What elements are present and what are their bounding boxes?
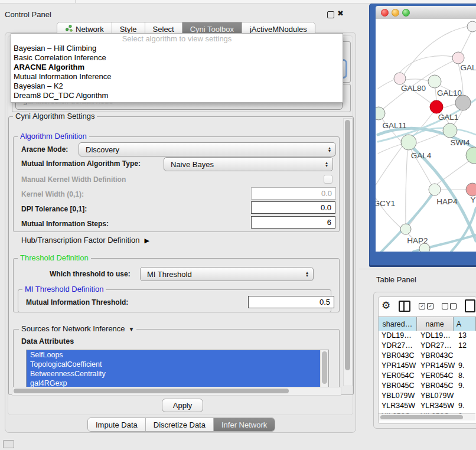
minimize-traffic-light-icon[interactable]	[392, 9, 399, 17]
table-row[interactable]: YLR345WYLR345W9.	[379, 401, 476, 411]
dropdown-prompt: Select algorithm to view settings	[11, 34, 343, 44]
network-node[interactable]	[428, 75, 441, 88]
network-node-label: Y	[470, 195, 475, 204]
stepper-icon: ▴▾	[302, 271, 313, 277]
table-cell: 13	[455, 331, 476, 341]
which-threshold-combo[interactable]: MI Threshold ▴▾	[140, 267, 314, 281]
network-node[interactable]	[467, 21, 476, 32]
table-row[interactable]: YDL19…YDL19…13	[379, 331, 476, 341]
tab-impute-data[interactable]: Impute Data	[88, 418, 146, 431]
table-cell: 8.	[455, 371, 476, 381]
mi-threshold-field[interactable]: 0.5	[248, 296, 334, 308]
settings-horizontal-scrollbar[interactable]	[12, 387, 341, 396]
network-edge	[406, 79, 428, 81]
mi-threshold-label: Mutual Information Threshold:	[26, 298, 128, 306]
table-cell: YDR27…	[418, 341, 455, 351]
table-row[interactable]: YDR27…YDR27…12	[379, 341, 476, 351]
table-hscroll-thumb[interactable]	[380, 415, 463, 419]
tab-label: Network	[76, 25, 104, 34]
network-graph[interactable]: GAL80GAL10GAL11GAL1SWI4GAL4HAP4GCY1HAP2G…	[376, 19, 476, 252]
table-row[interactable]: YPR145WYPR145W9.	[379, 361, 476, 371]
columns-icon[interactable]	[399, 301, 410, 312]
dropdown-item[interactable]: Mutual Information Inference	[11, 72, 343, 81]
tab-infer-network[interactable]: Infer Network	[214, 418, 275, 431]
network-node[interactable]	[401, 135, 416, 150]
network-window-titlebar[interactable]	[376, 6, 476, 19]
network-node[interactable]	[394, 73, 406, 84]
list-scrollbar[interactable]	[320, 350, 328, 387]
network-node[interactable]	[466, 147, 476, 164]
network-node-label: GAL4	[411, 151, 432, 160]
list-scrollbar-thumb[interactable]	[322, 351, 327, 384]
network-canvas[interactable]: GAL80GAL10GAL11GAL1SWI4GAL4HAP4GCY1HAP2G…	[376, 19, 476, 252]
dropdown-item[interactable]: Bayesian – K2	[11, 81, 343, 91]
network-node[interactable]	[430, 100, 443, 113]
which-threshold-value: MI Threshold	[141, 270, 302, 279]
table-cell: YBR043C	[379, 351, 418, 361]
select-all-columns-icon[interactable]: ✓✓	[419, 303, 433, 309]
aracne-mode-value: Discovery	[79, 145, 325, 154]
table-row[interactable]: YBR043CYBR043C	[379, 351, 476, 361]
dropdown-item[interactable]: Dream8 DC_TDC Algorithm	[11, 91, 343, 100]
network-node[interactable]	[429, 184, 441, 195]
data-attributes-list[interactable]: SelfLoopsTopologicalCoefficientBetweenne…	[26, 350, 329, 389]
network-node[interactable]	[443, 123, 457, 138]
control-panel-header: Control Panel ✖	[0, 4, 359, 19]
table-row[interactable]: YBR045CYBR045C9.	[379, 381, 476, 391]
table-cell: 9.	[455, 361, 476, 371]
column-header-1[interactable]: shared…	[379, 317, 417, 331]
network-node[interactable]	[400, 224, 411, 234]
manual-kernel-checkbox[interactable]	[324, 175, 332, 184]
network-node[interactable]	[466, 183, 476, 196]
settings-vertical-scrollbar[interactable]	[343, 118, 353, 386]
table-horizontal-scrollbar[interactable]	[379, 413, 475, 420]
network-edge	[378, 80, 394, 89]
control-panel-title: Control Panel	[5, 10, 51, 19]
attribute-list-item[interactable]: BetweennessCentrality	[27, 369, 328, 379]
attribute-list-item[interactable]: TopologicalCoefficient	[27, 360, 328, 369]
apply-button[interactable]: Apply	[162, 399, 203, 412]
table-cell: 12	[455, 341, 476, 351]
table-row[interactable]: YBL079WYBL079W	[379, 391, 476, 401]
network-node[interactable]	[452, 52, 464, 64]
gear-icon[interactable]: ⚙	[382, 300, 390, 312]
network-node-label: GAL80	[401, 84, 426, 93]
column-header-3[interactable]: A	[454, 317, 476, 331]
dropdown-item[interactable]: Basic Correlation Inference	[11, 53, 343, 63]
hub-definition-toggle[interactable]: Hub/Transcription Factor Definition▶	[21, 236, 149, 244]
dropdown-item[interactable]: ARACNE Algorithm	[11, 63, 343, 72]
tab-label: Select	[153, 25, 174, 34]
float-window-icon[interactable]	[327, 11, 334, 18]
network-edge	[400, 56, 458, 73]
attribute-list-item[interactable]: SelfLoops	[27, 350, 328, 360]
mi-steps-field[interactable]: 6	[251, 216, 335, 229]
column-header-2[interactable]: name	[417, 317, 454, 331]
bottom-left-icon[interactable]	[3, 440, 14, 448]
network-edge	[416, 133, 443, 144]
close-icon[interactable]: ✖	[337, 9, 344, 18]
table-row[interactable]: YER054CYER054C8.	[379, 371, 476, 381]
settings-hscroll-thumb[interactable]	[14, 389, 289, 393]
table-cell: YPR145W	[379, 361, 418, 371]
dpi-tolerance-label: DPI Tolerance [0,1]:	[21, 205, 87, 213]
new-table-icon[interactable]	[465, 299, 475, 312]
table-body: YDL19…YDL19…13YDR27…YDR27…12YBR043CYBR04…	[379, 331, 476, 413]
kernel-width-field[interactable]: 0.0	[251, 187, 336, 200]
deselect-all-columns-icon[interactable]	[442, 303, 457, 309]
tab-label: Cyni Toolbox	[190, 25, 234, 34]
aracne-mode-combo[interactable]: Discovery ▴▾	[79, 142, 336, 156]
table-cell: 9.	[455, 401, 476, 411]
threshold-definition-title: Threshold Definition	[18, 254, 91, 262]
zoom-traffic-light-icon[interactable]	[402, 9, 410, 17]
settings-vscroll-thumb[interactable]	[345, 120, 350, 370]
close-traffic-light-icon[interactable]	[381, 9, 389, 17]
network-node-label: GCY1	[376, 199, 395, 208]
dropdown-item[interactable]: Bayesian – Hill Climbing	[11, 44, 343, 53]
table-cell: YER054C	[379, 371, 418, 381]
tab-discretize-data[interactable]: Discretize Data	[146, 418, 214, 431]
sources-title-row[interactable]: Sources for Network Inference▼	[19, 325, 136, 334]
table-cell: YDL19…	[379, 331, 418, 341]
dpi-tolerance-field[interactable]: 0.0	[251, 201, 335, 214]
mi-algorithm-type-combo[interactable]: Naive Bayes ▴▾	[164, 157, 333, 171]
table-toolbar: ⚙ ✓✓	[379, 298, 476, 314]
